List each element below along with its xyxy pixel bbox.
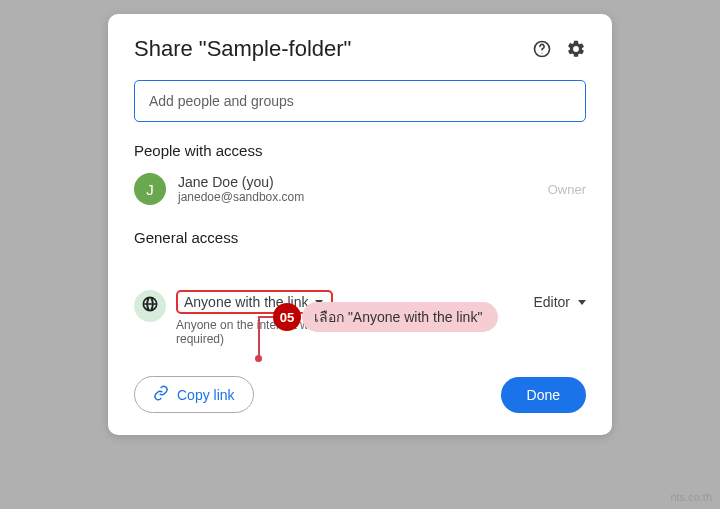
person-name: Jane Doe (you) <box>178 174 548 190</box>
copy-link-label: Copy link <box>177 387 235 403</box>
header-actions <box>532 39 586 59</box>
role-dropdown[interactable]: Editor <box>533 290 586 310</box>
svg-point-1 <box>542 53 543 54</box>
person-row: J Jane Doe (you) janedoe@sandbox.com Own… <box>134 173 586 205</box>
person-info: Jane Doe (you) janedoe@sandbox.com <box>178 174 548 204</box>
role-label: Editor <box>533 294 570 310</box>
dialog-footer: Copy link Done <box>134 376 586 413</box>
chevron-down-icon <box>578 300 586 305</box>
share-dialog: Share "Sample-folder" Add people and gro… <box>108 14 612 435</box>
add-people-input[interactable]: Add people and groups <box>134 80 586 122</box>
dialog-header: Share "Sample-folder" <box>134 36 586 62</box>
gear-icon[interactable] <box>566 39 586 59</box>
link-icon <box>153 385 169 404</box>
copy-link-button[interactable]: Copy link <box>134 376 254 413</box>
done-button[interactable]: Done <box>501 377 586 413</box>
owner-label: Owner <box>548 182 586 197</box>
annotation-badge: 05 <box>273 303 301 331</box>
people-access-title: People with access <box>134 142 586 159</box>
avatar: J <box>134 173 166 205</box>
globe-icon <box>141 295 159 317</box>
person-email: janedoe@sandbox.com <box>178 190 548 204</box>
watermark: nts.co.th <box>670 491 712 503</box>
annotation-connector <box>255 355 262 362</box>
annotation-connector <box>258 316 260 358</box>
annotation-label: เลือก "Anyone with the link" <box>302 302 498 332</box>
add-people-placeholder: Add people and groups <box>149 93 294 109</box>
general-access-title: General access <box>134 229 586 246</box>
help-icon[interactable] <box>532 39 552 59</box>
dialog-title: Share "Sample-folder" <box>134 36 351 62</box>
globe-circle <box>134 290 166 322</box>
